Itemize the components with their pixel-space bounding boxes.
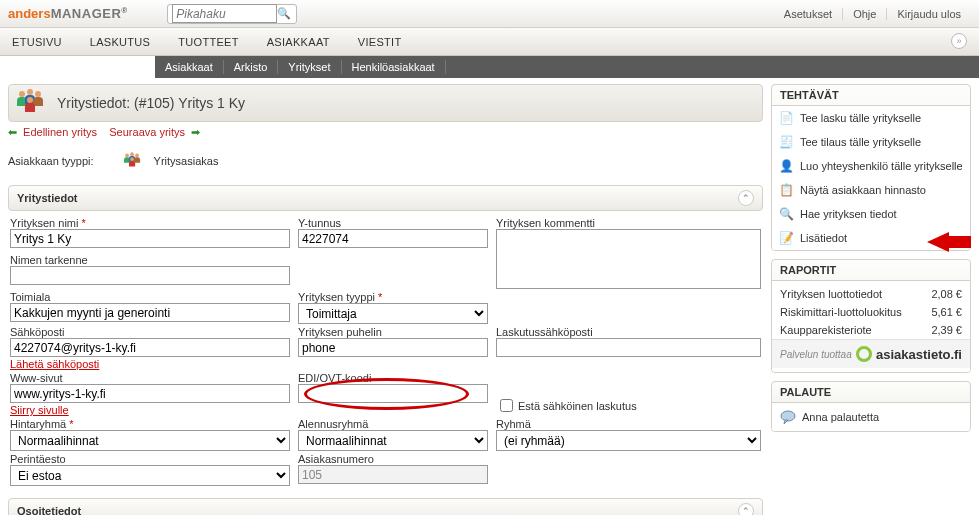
report-row[interactable]: Kaupparekisteriote 2,39 € xyxy=(772,321,970,339)
record-nav: ⬅ Edellinen yritys Seuraava yritys ➡ xyxy=(8,126,763,139)
label-alennusryhma: Alennusryhmä xyxy=(298,418,488,430)
input-puhelin[interactable] xyxy=(298,338,488,357)
label-edi: EDI/OVT-koodi xyxy=(298,372,488,384)
prev-company-link[interactable]: Edellinen yritys xyxy=(23,126,97,138)
report-label: Kaupparekisteriote xyxy=(780,324,872,336)
panel-tehtavat-title: TEHTÄVÄT xyxy=(772,85,970,106)
panel-raportit-title: RAPORTIT xyxy=(772,260,970,281)
task-label: Lisätiedot xyxy=(800,232,847,244)
customer-type-row: Asiakkaan tyyppi: Yritysasiakas xyxy=(8,147,763,175)
panel-raportit: RAPORTIT Yrityksen luottotiedot 2,08 € R… xyxy=(771,259,971,373)
input-www[interactable] xyxy=(10,384,290,403)
label-hintaryhma: Hintaryhmä xyxy=(10,418,290,430)
input-laskutussposti[interactable] xyxy=(496,338,761,357)
collapse-icon[interactable]: ⌃ xyxy=(738,190,754,206)
nav-more-icon[interactable]: » xyxy=(951,33,967,49)
collapse-icon[interactable]: ⌃ xyxy=(738,503,754,515)
customer-type-icon xyxy=(124,152,138,169)
label-laskutussposti: Laskutussähköposti xyxy=(496,326,761,338)
label-asiakasnumero: Asiakasnumero xyxy=(298,453,488,465)
input-toimiala[interactable] xyxy=(10,303,290,322)
input-sahkoposti[interactable] xyxy=(10,338,290,357)
panel-tehtavat: TEHTÄVÄT 📄 Tee lasku tälle yritykselle 🧾… xyxy=(771,84,971,251)
pricelist-icon: 📋 xyxy=(778,182,794,198)
label-puhelin: Yrityksen puhelin xyxy=(298,326,488,338)
panel-palaute-title: PALAUTE xyxy=(772,382,970,403)
select-hintaryhma[interactable]: Normaalihinnat xyxy=(10,430,290,451)
sub-nav: Asiakkaat Arkisto Yritykset Henkilöasiak… xyxy=(155,56,979,78)
subnav-henkiloasiakkaat[interactable]: Henkilöasiakkaat xyxy=(342,60,446,74)
page-title-row: Yritystiedot: (#105) Yritys 1 Ky xyxy=(8,84,763,122)
nav-laskutus[interactable]: LASKUTUS xyxy=(90,36,150,48)
link-siirry-sivulle[interactable]: Siirry sivulle xyxy=(10,404,290,416)
customer-type-value: Yritysasiakas xyxy=(154,155,219,167)
task-tee-tilaus[interactable]: 🧾 Tee tilaus tälle yritykselle xyxy=(772,130,970,154)
report-label: Yrityksen luottotiedot xyxy=(780,288,882,300)
section-yritystiedot-head[interactable]: Yritystiedot ⌃ xyxy=(8,185,763,211)
nav-viestit[interactable]: VIESTIT xyxy=(358,36,402,48)
report-price: 5,61 € xyxy=(931,306,962,318)
top-links: Asetukset Ohje Kirjaudu ulos xyxy=(774,8,971,20)
section-osoitetiedot-title: Osoitetiedot xyxy=(17,505,81,515)
logout-link[interactable]: Kirjaudu ulos xyxy=(886,8,971,20)
task-tee-lasku[interactable]: 📄 Tee lasku tälle yritykselle xyxy=(772,106,970,130)
settings-link[interactable]: Asetukset xyxy=(774,8,842,20)
subnav-yritykset[interactable]: Yritykset xyxy=(278,60,341,74)
label-toimiala: Toimiala xyxy=(10,291,290,303)
label-perintaesto: Perintäesto xyxy=(10,453,290,465)
task-nayta-hinnasto[interactable]: 📋 Näytä asiakkaan hinnasto xyxy=(772,178,970,202)
task-luo-yhteyshenkilo[interactable]: 👤 Luo yhteyshenkilö tälle yritykselle xyxy=(772,154,970,178)
magnifier-icon: 🔍 xyxy=(778,206,794,222)
nav-tuotteet[interactable]: TUOTTEET xyxy=(178,36,238,48)
label-ryhma: Ryhmä xyxy=(496,418,761,430)
checkbox-esta-laskutus[interactable] xyxy=(500,399,513,412)
label-www: Www-sivut xyxy=(10,372,290,384)
report-row[interactable]: Riskimittari-luottoluokitus 5,61 € xyxy=(772,303,970,321)
label-sahkoposti: Sähköposti xyxy=(10,326,290,338)
task-label: Tee lasku tälle yritykselle xyxy=(800,112,921,124)
label-y-tunnus: Y-tunnus xyxy=(298,217,488,229)
help-link[interactable]: Ohje xyxy=(842,8,886,20)
report-label: Riskimittari-luottoluokitus xyxy=(780,306,902,318)
topbar: andersMANAGER® 🔍 Asetukset Ohje Kirjaudu… xyxy=(0,0,979,28)
input-y-tunnus[interactable] xyxy=(298,229,488,248)
subnav-asiakkaat[interactable]: Asiakkaat xyxy=(155,60,224,74)
quick-search-input[interactable] xyxy=(172,4,277,23)
select-yrityksen-tyyppi[interactable]: Toimittaja xyxy=(298,303,488,324)
task-hae-tiedot[interactable]: 🔍 Hae yrityksen tiedot xyxy=(772,202,970,226)
speech-bubble-icon xyxy=(780,409,796,425)
report-price: 2,39 € xyxy=(931,324,962,336)
subnav-arkisto[interactable]: Arkisto xyxy=(224,60,279,74)
nav-etusivu[interactable]: ETUSIVU xyxy=(12,36,62,48)
input-kommentti[interactable] xyxy=(496,229,761,289)
task-label: Tee tilaus tälle yritykselle xyxy=(800,136,921,148)
main-nav: ETUSIVU LASKUTUS TUOTTEET ASIAKKAAT VIES… xyxy=(0,28,979,56)
link-laheta-sposti[interactable]: Lähetä sähköposti xyxy=(10,358,290,370)
quick-search[interactable]: 🔍 xyxy=(167,4,297,24)
nav-asiakkaat[interactable]: ASIAKKAAT xyxy=(267,36,330,48)
arrow-right-icon: ➡ xyxy=(191,126,200,138)
report-price: 2,08 € xyxy=(931,288,962,300)
input-edi[interactable] xyxy=(298,384,488,403)
input-nimen-tarkenne[interactable] xyxy=(10,266,290,285)
input-yrityksen-nimi[interactable] xyxy=(10,229,290,248)
input-asiakasnumero xyxy=(298,465,488,484)
label-yrityksen-nimi: Yrityksen nimi xyxy=(10,217,290,229)
order-icon: 🧾 xyxy=(778,134,794,150)
next-company-link[interactable]: Seuraava yritys xyxy=(109,126,185,138)
provider-label: Palvelun tuottaa xyxy=(780,349,852,360)
company-group-icon xyxy=(17,89,49,117)
annotation-arrow xyxy=(927,232,949,252)
task-label: Näytä asiakkaan hinnasto xyxy=(800,184,926,196)
task-label: Hae yrityksen tiedot xyxy=(800,208,897,220)
section-osoitetiedot-head[interactable]: Osoitetiedot ⌃ xyxy=(8,498,763,515)
person-add-icon: 👤 xyxy=(778,158,794,174)
report-row[interactable]: Yrityksen luottotiedot 2,08 € xyxy=(772,285,970,303)
select-ryhma[interactable]: (ei ryhmää) xyxy=(496,430,761,451)
asiakastieto-logo: asiakastieto.fi xyxy=(856,346,962,362)
section-yritystiedot-title: Yritystiedot xyxy=(17,192,78,204)
panel-palaute: PALAUTE Anna palautetta xyxy=(771,381,971,432)
select-perintaesto[interactable]: Ei estoa xyxy=(10,465,290,486)
select-alennusryhma[interactable]: Normaalihinnat xyxy=(298,430,488,451)
feedback-link[interactable]: Anna palautetta xyxy=(802,411,879,423)
